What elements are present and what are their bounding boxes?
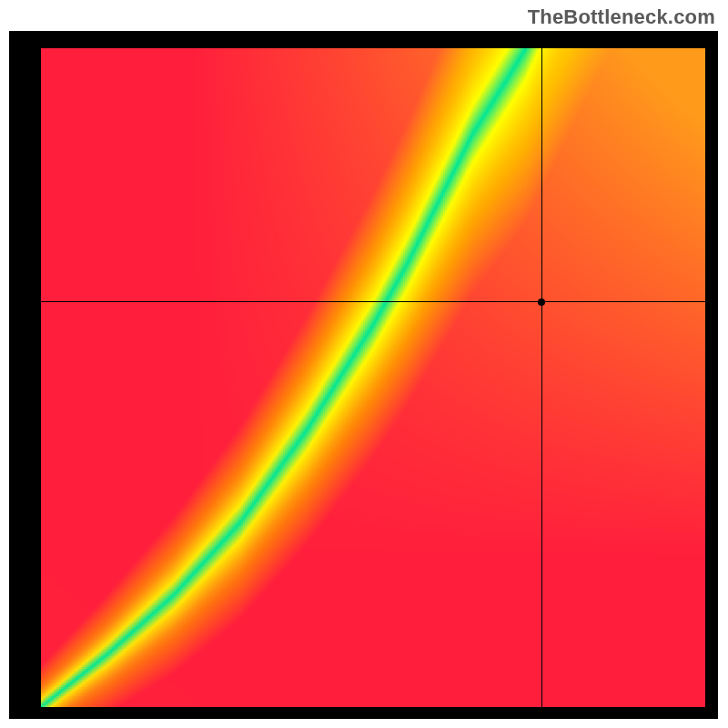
- heatmap-canvas: [41, 48, 705, 707]
- crosshair-horizontal: [41, 301, 705, 302]
- watermark-text: TheBottleneck.com: [528, 5, 715, 29]
- crosshair-vertical: [541, 48, 542, 707]
- chart-frame: [9, 31, 718, 719]
- heatmap-plot: [41, 48, 705, 707]
